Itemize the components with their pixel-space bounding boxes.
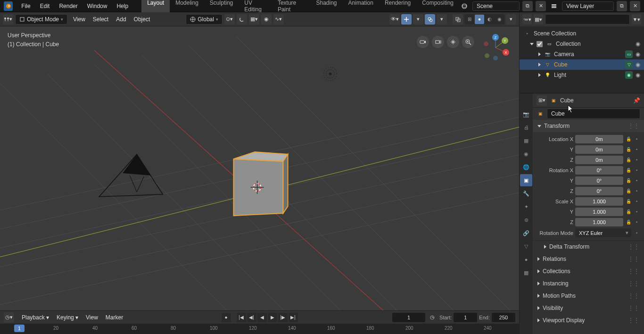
animate-icon[interactable]: •: [633, 166, 640, 175]
new-viewlayer-icon[interactable]: ⧉: [617, 1, 627, 11]
rotation-z-input[interactable]: 0°: [575, 187, 623, 195]
menu-file[interactable]: File: [17, 1, 35, 11]
lock-icon[interactable]: 🔓: [625, 135, 632, 143]
pin-icon[interactable]: 📌: [633, 97, 640, 104]
animate-icon[interactable]: •: [633, 135, 640, 143]
visibility-icon[interactable]: 👁▾: [389, 14, 400, 25]
snap-type-icon[interactable]: ▦▾: [249, 14, 259, 25]
prev-key-icon[interactable]: ◀|: [247, 313, 256, 322]
expand-icon[interactable]: [538, 63, 541, 67]
menu-help[interactable]: Help: [112, 1, 133, 11]
panel-menu-icon[interactable]: ⋮⋮: [628, 256, 639, 262]
end-frame-input[interactable]: [492, 313, 515, 322]
menu-window[interactable]: Window: [83, 1, 112, 11]
panel-menu-icon[interactable]: ⋮⋮: [628, 292, 639, 299]
expand-icon[interactable]: [538, 73, 541, 77]
panel-viewport-display[interactable]: Viewport Display⋮⋮: [533, 314, 644, 326]
collection-row[interactable]: ▭ Collection ◉: [520, 39, 644, 49]
tab-world-icon[interactable]: 🌐: [520, 161, 532, 173]
panel-collections[interactable]: Collections⋮⋮: [533, 265, 644, 277]
data-icon[interactable]: ◉: [625, 71, 633, 79]
timeline-ruler[interactable]: 1 120406080100120140160180200220240: [0, 324, 519, 334]
play-reverse-icon[interactable]: ◀: [257, 313, 267, 322]
scene-collection-row[interactable]: ▫ Scene Collection: [520, 28, 644, 39]
axis-gizmo[interactable]: X Y Z: [481, 33, 510, 62]
timeline-menu-keying[interactable]: Keying ▾: [53, 312, 82, 323]
scene-browse-icon[interactable]: [459, 1, 470, 11]
delete-scene-icon[interactable]: ✕: [536, 1, 546, 11]
gizmo-options-icon[interactable]: ▾: [413, 14, 423, 25]
viewlayer-name-input[interactable]: [562, 1, 614, 11]
panel-relations[interactable]: Relations⋮⋮: [533, 253, 644, 265]
scene-name-input[interactable]: [472, 1, 520, 11]
tab-viewlayer-icon[interactable]: ▦: [520, 134, 532, 147]
lock-icon[interactable]: 🔓: [625, 166, 632, 175]
scale-z-input[interactable]: 1.000: [575, 218, 623, 226]
animate-icon[interactable]: •: [633, 156, 640, 164]
tab-modifier-icon[interactable]: 🔧: [520, 187, 532, 200]
scale-x-input[interactable]: 1.000: [575, 197, 623, 206]
scale-y-input[interactable]: 1.000: [575, 208, 623, 216]
shading-wireframe-icon[interactable]: ⊞: [465, 15, 474, 24]
autokey-icon[interactable]: ●: [222, 313, 231, 322]
lock-icon[interactable]: 🔓: [625, 156, 632, 164]
data-icon[interactable]: ▭: [625, 50, 633, 58]
animate-icon[interactable]: •: [633, 176, 640, 185]
panel-menu-icon[interactable]: ⋮⋮: [628, 243, 639, 250]
next-key-icon[interactable]: |▶: [278, 313, 288, 322]
3d-viewport[interactable]: User Perspective (1) Collection | Cube X…: [0, 26, 519, 310]
lock-icon[interactable]: 🔓: [625, 197, 632, 206]
timeline-menu-view[interactable]: View: [82, 312, 102, 323]
pan-icon[interactable]: [447, 36, 459, 48]
object-name-input[interactable]: [547, 109, 640, 119]
shading-options-icon[interactable]: ▾: [506, 14, 516, 25]
tab-texture-icon[interactable]: ▩: [520, 267, 532, 279]
timeline-editor-icon[interactable]: ◷▾: [4, 312, 14, 323]
visibility-icon[interactable]: ◉: [636, 41, 640, 47]
panel-delta-transform[interactable]: Delta Transform⋮⋮: [533, 241, 644, 253]
animate-icon[interactable]: •: [633, 218, 640, 226]
light-object[interactable]: [324, 67, 337, 81]
jump-start-icon[interactable]: |◀: [237, 313, 246, 322]
outliner-item-light[interactable]: 💡 Light ◉ ◉: [520, 70, 644, 80]
delete-viewlayer-icon[interactable]: ✕: [630, 1, 640, 11]
visibility-icon[interactable]: ◉: [636, 72, 640, 78]
viewport-menu-add[interactable]: Add: [112, 14, 130, 25]
tab-data-icon[interactable]: ▽: [520, 240, 532, 252]
tab-output-icon[interactable]: 🖨: [520, 121, 532, 134]
proportional-edit-icon[interactable]: ◉: [261, 14, 272, 25]
animate-icon[interactable]: •: [633, 187, 640, 195]
visibility-icon[interactable]: ◉: [636, 51, 640, 58]
shading-solid-icon[interactable]: ●: [475, 15, 484, 24]
cube-object[interactable]: [233, 152, 288, 216]
lock-icon[interactable]: 🔓: [625, 208, 632, 216]
viewport-menu-object[interactable]: Object: [130, 14, 154, 25]
play-icon[interactable]: ▶: [268, 313, 277, 322]
tab-scene-icon[interactable]: ◉: [520, 148, 532, 160]
menu-render[interactable]: Render: [54, 1, 82, 11]
jump-end-icon[interactable]: ▶|: [289, 313, 298, 322]
camera-view-icon[interactable]: [417, 36, 429, 48]
zoom-icon[interactable]: [462, 36, 474, 48]
panel-menu-icon[interactable]: ⋮⋮: [628, 280, 639, 287]
animate-icon[interactable]: •: [633, 208, 640, 216]
panel-menu-icon[interactable]: ⋮⋮: [628, 123, 639, 129]
lock-icon[interactable]: 🔓: [625, 176, 632, 185]
editor-type-icon[interactable]: ▾: [3, 14, 13, 25]
lock-icon[interactable]: 🔓: [625, 187, 632, 195]
tab-particle-icon[interactable]: ✦: [520, 200, 532, 213]
animate-icon[interactable]: •: [633, 229, 640, 237]
outliner-display-icon[interactable]: ▦▾: [534, 14, 543, 25]
panel-menu-icon[interactable]: ⋮⋮: [628, 305, 639, 311]
rotation-y-input[interactable]: 0°: [575, 176, 623, 185]
view-camera-icon[interactable]: [432, 36, 444, 48]
data-icon[interactable]: ▽: [625, 61, 633, 68]
timeline-menu-marker[interactable]: Marker: [102, 312, 127, 323]
visibility-icon[interactable]: ◉: [636, 61, 640, 68]
tab-render-icon[interactable]: 📷: [520, 108, 532, 120]
current-frame-input[interactable]: [392, 313, 425, 322]
overlays-options-icon[interactable]: ▾: [437, 14, 447, 25]
expand-icon[interactable]: [530, 43, 534, 45]
expand-icon[interactable]: [538, 52, 541, 56]
start-frame-input[interactable]: [454, 313, 477, 322]
